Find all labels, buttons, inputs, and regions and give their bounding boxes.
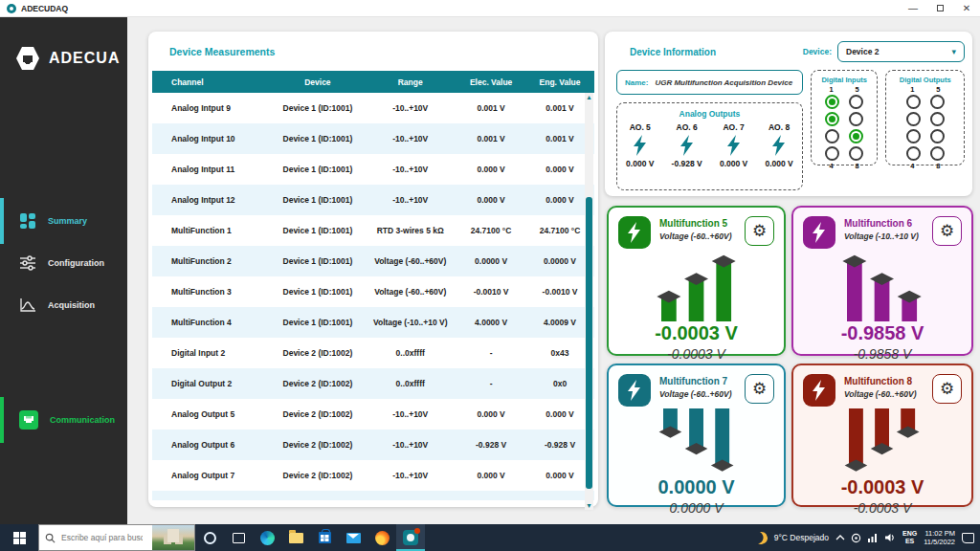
cell-range: 0..0xffff <box>364 379 457 388</box>
scroll-down-icon[interactable]: ▼ <box>586 501 592 510</box>
cell-device: Device 1 (ID:1001) <box>271 134 364 143</box>
cell-range: Voltage (-60..+60V) <box>364 287 457 297</box>
di-label-8: 8 <box>849 162 865 170</box>
tray-status-icon[interactable] <box>851 533 861 543</box>
language-indicator[interactable]: ENG ES <box>902 530 917 545</box>
multifunction-7-card: Multifunction 7 Voltage (-60..+60V) ⚙ 0.… <box>607 364 786 507</box>
firefox-icon <box>375 531 390 545</box>
adecua-logo-icon <box>13 44 42 73</box>
measured-sub-value: -0.0003 V <box>618 346 774 362</box>
task-view-button[interactable] <box>224 524 253 551</box>
settings-button[interactable]: ⚙ <box>932 216 962 246</box>
cortana-button[interactable] <box>195 524 224 551</box>
table-row[interactable]: MultiFunction 4 Device 1 (ID:1001) Volta… <box>152 307 594 338</box>
clock-time: 11:02 PM <box>924 529 955 538</box>
do-label-1: 1 <box>904 85 921 94</box>
ethernet-icon <box>19 410 38 430</box>
table-row[interactable]: Analog Intput 11 Device 1 (ID:1001) -10.… <box>152 154 594 185</box>
notification-center-icon[interactable] <box>962 533 974 543</box>
minimize-button[interactable]: — <box>900 0 926 16</box>
cell-elec-value: 0.000 V <box>457 165 525 174</box>
do-label-4: 4 <box>904 162 921 170</box>
cell-elec-value: - <box>457 348 525 358</box>
windows-taskbar: 9°C Despejado ENG ES 11:02 PM 11/5/2022 <box>0 524 980 551</box>
cell-channel: Digital Input 2 <box>152 348 271 358</box>
taskbar-clock[interactable]: 11:02 PM 11/5/2022 <box>924 529 955 546</box>
di-label-4: 4 <box>823 162 839 170</box>
cell-range: 0..0xffff <box>364 348 457 358</box>
cell-range: -10..+10V <box>364 103 457 113</box>
volume-icon[interactable] <box>884 533 896 542</box>
cell-range: RTD 3-wires 5 kΩ <box>364 226 457 235</box>
table-row[interactable]: MultiFunction 3 Device 1 (ID:1001) Volta… <box>152 276 594 307</box>
cell-device: Device 1 (ID:1001) <box>271 165 364 174</box>
multifunction-6-card: Multifunction 6 Voltage (-10..+10 V) ⚙ -… <box>791 206 973 356</box>
close-button[interactable]: ✕ <box>953 0 980 16</box>
table-header: Channel Device Range Elec. Value Eng. Va… <box>152 71 594 93</box>
start-button[interactable] <box>0 524 38 551</box>
table-row[interactable]: Analog Output 7 Device 2 (ID:1002) -10..… <box>152 460 594 491</box>
settings-button[interactable]: ⚙ <box>745 216 774 246</box>
cell-elec-value: 0.001 V <box>457 103 525 113</box>
table-row[interactable]: Analog Output 6 Device 2 (ID:1002) -10..… <box>152 430 594 460</box>
adecudaq-taskbar-button[interactable] <box>396 524 425 551</box>
scroll-up-icon[interactable]: ▲ <box>586 93 592 101</box>
table-row[interactable]: MultiFunction 1 Device 1 (ID:1001) RTD 3… <box>152 215 594 246</box>
cell-device: Device 1 (ID:1001) <box>271 103 364 113</box>
mail-button[interactable] <box>339 524 368 551</box>
cell-device: Device 2 (ID:1002) <box>271 440 364 450</box>
sidebar-item-communication[interactable]: Communication <box>0 408 127 432</box>
cortana-icon <box>204 532 216 544</box>
measured-value: -0.0003 V <box>803 476 962 498</box>
device-select-label: Device: <box>803 47 832 56</box>
cell-channel: Analog Output 5 <box>152 409 271 419</box>
settings-button[interactable]: ⚙ <box>745 374 774 404</box>
scrollbar-thumb[interactable] <box>586 197 592 489</box>
edge-button[interactable] <box>253 524 281 551</box>
cell-device: Device 2 (ID:1002) <box>271 379 364 388</box>
bolt-icon <box>679 135 695 156</box>
card-range: Voltage (-10..+10 V) <box>844 231 919 241</box>
table-row[interactable]: Analog Output 5 Device 2 (ID:1002) -10..… <box>152 399 594 430</box>
main-content: Device Measurements Channel Device Range… <box>127 17 980 524</box>
cell-device: Device 2 (ID:1002) <box>271 471 364 480</box>
weather-text[interactable]: 9°C Despejado <box>774 533 829 542</box>
cell-range: -10..+10V <box>364 195 457 205</box>
sidebar-item-configuration[interactable]: Configuration <box>0 251 127 276</box>
table-row[interactable]: Analog Intput 10 Device 1 (ID:1001) -10.… <box>152 123 594 154</box>
tray-chevron-up-icon[interactable] <box>835 534 845 541</box>
table-row[interactable]: MultiFunction 2 Device 1 (ID:1001) Volta… <box>152 246 594 276</box>
cell-channel: Analog Intput 9 <box>152 103 271 113</box>
cell-channel: MultiFunction 2 <box>152 256 271 266</box>
maximize-button[interactable] <box>926 0 953 16</box>
scrollbar-track[interactable] <box>585 101 593 501</box>
bolt-icon <box>618 374 651 407</box>
network-icon[interactable] <box>867 533 879 542</box>
bolt-icon <box>726 135 742 156</box>
digital-outputs-group: Digital Outputs 1 5 <box>885 70 965 165</box>
taskbar-search[interactable] <box>38 524 195 551</box>
settings-button[interactable]: ⚙ <box>932 374 962 404</box>
device-select[interactable]: Device 2 ▾ <box>837 41 965 62</box>
search-input[interactable] <box>61 533 143 542</box>
bolt-icon <box>618 216 651 249</box>
table-row[interactable]: Digital Output 2 Device 2 (ID:1002) 0..0… <box>152 368 594 399</box>
measured-value: 0.0000 V <box>618 476 774 498</box>
store-button[interactable] <box>310 524 339 551</box>
gear-icon: ⚙ <box>752 223 767 239</box>
device-name-field[interactable]: Name: UGR Multifunction Acquisition Devi… <box>616 70 803 95</box>
firefox-button[interactable] <box>368 524 396 551</box>
analog-outputs-title: Analog Outputs <box>617 109 802 119</box>
file-explorer-button[interactable] <box>281 524 310 551</box>
table-row[interactable]: Digital Input 2 Device 2 (ID:1002) 0..0x… <box>152 338 594 368</box>
table-row[interactable]: Analog Intput 9 Device 1 (ID:1001) -10..… <box>152 93 594 123</box>
card-title: Multifunction 8 <box>844 376 917 386</box>
measured-sub-value: -0.9858 V <box>803 346 962 362</box>
table-row[interactable]: Analog Intput 12 Device 1 (ID:1001) -10.… <box>152 185 594 215</box>
col-range: Range <box>364 77 457 87</box>
language-line2: ES <box>902 538 917 545</box>
table-scrollbar[interactable]: ▲ ▼ <box>585 93 593 510</box>
sidebar-item-acquisition[interactable]: Acquisition <box>0 293 127 318</box>
sidebar-item-summary[interactable]: Summary <box>0 209 127 233</box>
do-label-5: 5 <box>930 85 947 94</box>
